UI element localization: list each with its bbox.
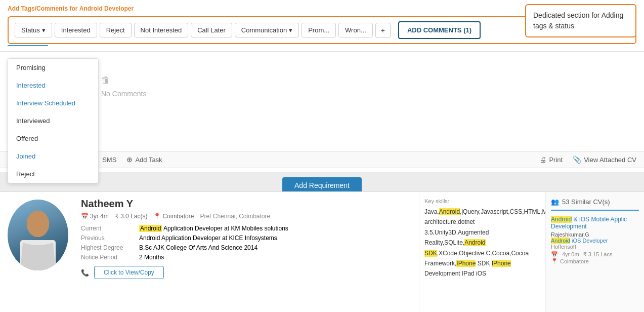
phone-row: 📞 Click to View/Copy xyxy=(81,266,414,279)
add-comments-button[interactable]: ADD COMMENTS (1) xyxy=(398,21,481,39)
avatar-container xyxy=(0,192,76,312)
skill-highlight-android1: Android xyxy=(439,208,460,215)
similar-meta: 📅 4yr 0m ₹ 3.15 Lacs xyxy=(551,251,639,258)
skill-highlight-sdk: SDK xyxy=(424,250,437,257)
dropdown-item-reject[interactable]: Reject xyxy=(8,165,98,183)
degree-value: B.Sc AJK College Of Arts And Science 201… xyxy=(139,244,414,251)
candidate-meta: 📅 3yr 4m ₹ 3.0 Lac(s) 📍 Coimbatore Pref … xyxy=(81,213,414,220)
view-cv-action[interactable]: 📎 View Attached CV xyxy=(573,155,636,164)
similar-location: Coimbatore xyxy=(560,258,589,264)
degree-label: Highest Degree xyxy=(81,244,137,251)
current-value: Android Application Developer at KM Mobi… xyxy=(139,225,414,232)
dropdown-item-joined[interactable]: Joined xyxy=(8,147,98,165)
attach-icon: 📎 xyxy=(573,155,581,164)
person-silhouette xyxy=(13,205,63,270)
add-task-label: Add Task xyxy=(135,156,162,164)
similar-exp: 4yr 0m xyxy=(562,251,579,258)
skill-highlight-android2: Android xyxy=(464,239,485,246)
dropdown-item-interview-scheduled[interactable]: Interview Scheduled xyxy=(8,94,98,112)
salary-meta: ₹ 3.0 Lac(s) xyxy=(115,213,148,220)
plus-button[interactable]: + xyxy=(375,23,391,38)
salary-value: ₹ 3.0 Lac(s) xyxy=(115,213,148,220)
dropdown-item-offered[interactable]: Offered xyxy=(8,130,98,147)
notice-value: 2 Months xyxy=(139,254,414,261)
delete-icon: 🗑 xyxy=(101,75,146,86)
similar-company: Rajeshkumar.G xyxy=(551,231,639,238)
reject-button[interactable]: Reject xyxy=(100,23,132,37)
similar-android-highlight: Android xyxy=(551,238,570,244)
location-value: Coimbatore xyxy=(162,213,194,220)
not-interested-button[interactable]: Not Interested xyxy=(134,23,189,37)
skills-text: Java,Android,jQuery,Javascript,CSS,HTML,… xyxy=(424,207,540,279)
dropdown-item-promising[interactable]: Promising xyxy=(8,59,98,76)
print-label: Print xyxy=(549,156,563,164)
similar-location-icon: 📍 xyxy=(551,258,558,264)
task-icon: ⊕ xyxy=(126,155,133,164)
experience-meta: 📅 3yr 4m xyxy=(81,213,109,220)
add-tags-text: Add Tags/Comments for xyxy=(8,5,77,12)
users-icon: 👥 xyxy=(551,198,559,206)
similar-cvs-header: 👥 53 Similar CV(s) xyxy=(551,198,639,211)
phone-button[interactable]: Click to View/Copy xyxy=(94,266,164,279)
dropdown-item-interested[interactable]: Interested xyxy=(8,76,98,94)
similar-exp-icon: 📅 xyxy=(551,251,558,258)
similar-highlight: Android xyxy=(551,216,572,223)
communication-label: Communication xyxy=(241,26,287,34)
call-later-button[interactable]: Call Later xyxy=(191,23,232,37)
interested-button[interactable]: Interested xyxy=(55,23,97,37)
similar-location-row: 📍 Coimbatore xyxy=(551,258,639,264)
print-action[interactable]: 🖨 Print xyxy=(539,155,563,164)
avatar xyxy=(8,200,68,270)
details-grid: Current Android Application Developer at… xyxy=(81,225,414,261)
callout-text: Dedicated section for Adding tags & stat… xyxy=(533,11,623,30)
previous-value: Android Application Developer at KICE In… xyxy=(139,235,414,242)
notice-label: Notice Period xyxy=(81,254,137,261)
skill-highlight-iphone2: IPhone xyxy=(492,260,511,267)
skills-section: Key skills: Java,Android,jQuery,Javascri… xyxy=(419,192,545,312)
communication-button[interactable]: Communication ▾ xyxy=(235,23,299,37)
current-label: Current xyxy=(81,225,137,232)
candidate-info: Natheem Y 📅 3yr 4m ₹ 3.0 Lac(s) 📍 Coimba… xyxy=(76,192,419,312)
skill-highlight-iphone: IPhone xyxy=(456,260,476,267)
status-dropdown: Promising Interested Interview Scheduled… xyxy=(8,58,99,183)
promising-button[interactable]: Prom... xyxy=(302,23,336,37)
dropdown-item-interviewed[interactable]: Interviewed xyxy=(8,112,98,130)
location-meta: 📍 Coimbatore xyxy=(153,213,194,220)
add-task-action[interactable]: ⊕ Add Task xyxy=(126,155,162,164)
similar-item-0: Android & iOS Mobile Applic Development … xyxy=(551,216,639,264)
developer-name: Android Developer xyxy=(79,5,134,12)
skills-label: Key skills: xyxy=(424,198,540,204)
pref-location-value: Pref Chennai, Coimbatore xyxy=(200,213,270,220)
wrong-button[interactable]: Wron... xyxy=(338,23,373,37)
similar-cvs-section: 👥 53 Similar CV(s) Android & iOS Mobile … xyxy=(545,192,644,312)
chevron-down-icon: ▾ xyxy=(289,26,292,34)
status-label: Status xyxy=(21,26,40,34)
chevron-down-icon: ▾ xyxy=(42,26,46,34)
no-comments: 🗑 No Comments xyxy=(101,75,146,98)
no-comments-text: No Comments xyxy=(101,90,146,98)
callout-box: Dedicated section for Adding tags & stat… xyxy=(525,4,636,37)
sms-label: SMS xyxy=(102,156,116,164)
main-container: Add Tags/Comments for Android Developer … xyxy=(0,0,644,312)
experience-value: 3yr 4m xyxy=(90,213,109,220)
previous-label: Previous xyxy=(81,235,137,242)
location-icon: 📍 xyxy=(153,213,161,220)
similar-subtitle: Android iOS Developer xyxy=(551,238,639,244)
calendar-icon: 📅 xyxy=(81,213,89,220)
view-cv-label: View Attached CV xyxy=(584,156,636,164)
current-highlight: Android xyxy=(139,225,162,232)
phone-icon: 📞 xyxy=(81,269,89,277)
similar-salary: ₹ 3.15 Lacs xyxy=(583,251,613,258)
active-tab-indicator xyxy=(8,45,48,46)
similar-count: 53 Similar CV(s) xyxy=(562,198,610,206)
status-button[interactable]: Status ▾ xyxy=(15,23,52,37)
similar-org: Hoffensoft xyxy=(551,244,639,250)
print-icon: 🖨 xyxy=(539,155,546,164)
similar-item-title: Android & iOS Mobile Applic Development xyxy=(551,216,639,230)
candidate-name: Natheem Y xyxy=(81,198,414,210)
svg-point-1 xyxy=(27,211,49,237)
pref-location-meta: Pref Chennai, Coimbatore xyxy=(200,213,270,220)
candidate-section: Natheem Y 📅 3yr 4m ₹ 3.0 Lac(s) 📍 Coimba… xyxy=(0,191,644,312)
